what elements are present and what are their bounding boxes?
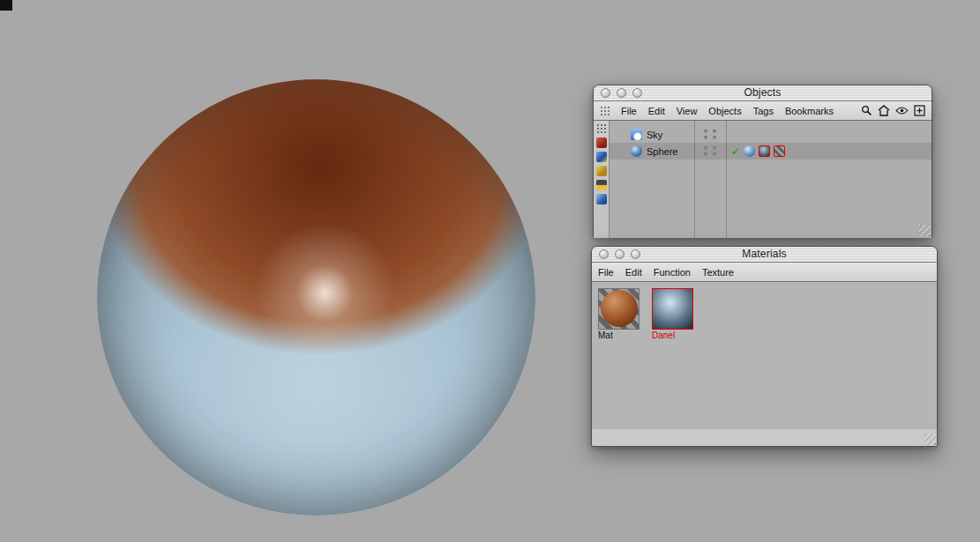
materials-menubar: File Edit Function Texture — [592, 263, 937, 282]
window-title: Materials — [592, 248, 937, 260]
objects-titlebar[interactable]: Objects — [594, 85, 931, 101]
object-list: Sky Sphere ✓ — [610, 121, 931, 238]
objects-window: Objects File Edit View Objects Tags Book… — [593, 85, 932, 238]
menu-file[interactable]: File — [621, 106, 637, 116]
sphere-object-icon — [631, 145, 642, 157]
objects-toolbar — [594, 121, 610, 238]
resize-grip[interactable] — [919, 225, 931, 236]
screen-corner-artifact — [0, 0, 12, 11]
menu-objects[interactable]: Objects — [708, 106, 741, 116]
visibility-dots[interactable] — [694, 130, 726, 139]
material-item-danel[interactable]: Danel — [652, 288, 693, 340]
material-name: Danel — [652, 330, 675, 340]
objects-body: Sky Sphere ✓ — [594, 121, 931, 238]
blue-cross-tool-icon[interactable] — [596, 152, 607, 162]
grid-tool-icon[interactable] — [596, 123, 607, 134]
object-row-sphere[interactable]: Sphere ✓ — [610, 143, 931, 160]
texture-tag-mat-icon[interactable] — [774, 145, 785, 157]
add-panel-icon[interactable] — [914, 105, 925, 116]
desktop: { "colors": { "desktop_bg": "#a8a8a8", "… — [0, 0, 980, 542]
material-name: Mat — [598, 330, 613, 340]
menu-file[interactable]: File — [598, 267, 614, 278]
texture-tag-danel-icon[interactable] — [759, 145, 770, 157]
eye-icon[interactable] — [895, 106, 909, 115]
objects-menubar: File Edit View Objects Tags Bookmarks — [594, 101, 931, 121]
material-thumbnail-danel[interactable] — [652, 288, 693, 330]
menu-edit[interactable]: Edit — [648, 106, 665, 116]
object-row-sky[interactable]: Sky — [610, 126, 931, 143]
object-label: Sphere — [647, 146, 677, 157]
menu-tags[interactable]: Tags — [753, 106, 774, 116]
red-tool-icon[interactable] — [596, 137, 607, 148]
materials-window: Materials File Edit Function Texture Mat… — [591, 246, 938, 447]
materials-content: Mat Danel — [592, 282, 937, 429]
menubar-tools — [861, 105, 925, 116]
menu-function[interactable]: Function — [654, 267, 691, 278]
window-title: Objects — [594, 86, 931, 99]
enabled-check-icon[interactable]: ✓ — [731, 145, 740, 158]
axis-tool-icon[interactable] — [596, 180, 607, 190]
search-icon[interactable] — [861, 105, 872, 116]
resize-grip[interactable] — [924, 434, 936, 445]
home-icon[interactable] — [878, 105, 890, 116]
sky-object-icon — [631, 129, 642, 140]
rendered-sphere — [97, 79, 535, 516]
menu-view[interactable]: View — [677, 106, 698, 116]
object-label: Sky — [647, 130, 662, 140]
menu-bookmarks[interactable]: Bookmarks — [785, 106, 834, 116]
visibility-dots[interactable] — [694, 146, 726, 156]
materials-titlebar[interactable]: Materials — [592, 247, 937, 263]
tag-list — [744, 145, 785, 157]
drag-grip-icon[interactable] — [600, 106, 610, 115]
material-item-mat[interactable]: Mat — [598, 288, 640, 340]
blue-star-tool-icon[interactable] — [596, 194, 607, 204]
yellow-tool-icon[interactable] — [596, 166, 607, 176]
menu-texture[interactable]: Texture — [702, 267, 734, 278]
phong-tag-icon[interactable] — [744, 145, 755, 157]
material-thumbnail-mat[interactable] — [598, 288, 640, 330]
menu-edit[interactable]: Edit — [625, 267, 642, 278]
